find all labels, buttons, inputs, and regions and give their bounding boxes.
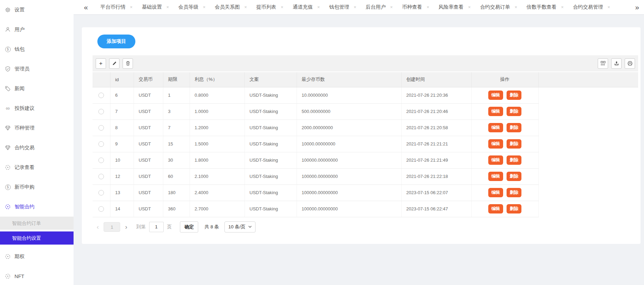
tab-contract-trade-manage[interactable]: 合约交易管理× — [573, 4, 610, 10]
close-icon[interactable]: × — [203, 4, 205, 10]
sidebar-item-label: 新闻 — [15, 85, 25, 92]
row-radio[interactable] — [98, 190, 104, 196]
expand-tabs-icon[interactable]: » — [633, 3, 639, 11]
sidebar-item-settings[interactable]: 设置 — [0, 0, 74, 20]
table-row: 14 USDT 360 2.7000 USDT-Staking 100000.0… — [93, 201, 638, 217]
close-icon[interactable]: × — [317, 4, 320, 10]
sidebar-item-feedback[interactable]: ∞ 投拆建议 — [0, 98, 74, 118]
delete-button[interactable]: 删除 — [507, 91, 521, 100]
delete-button[interactable]: 删除 — [507, 107, 521, 116]
total-count-label: 共 8 条 — [204, 224, 219, 230]
edit-button[interactable]: 编辑 — [488, 139, 503, 149]
close-icon[interactable]: × — [281, 4, 283, 10]
table-header-row: id 交易币 期限 利息（%） 文案 最少存币数 创建时间 操作 — [93, 72, 638, 87]
delete-row-button[interactable] — [123, 58, 133, 69]
close-icon[interactable]: × — [354, 4, 356, 10]
close-icon[interactable]: × — [390, 4, 393, 10]
edit-button[interactable]: 编辑 — [488, 204, 503, 213]
open-tabs: 平台币行情× 基础设置× 会员等级× 会员关系图× 提币列表× 通道充值× 钱包… — [88, 4, 610, 10]
sidebar-item-new-coin-subscribe[interactable]: $ 新币申购 — [0, 177, 74, 197]
sidebar-item-label: 用户 — [15, 26, 25, 33]
sidebar-item-users[interactable]: 用户 — [0, 20, 74, 39]
row-radio[interactable] — [98, 109, 104, 114]
add-row-button[interactable]: + — [96, 58, 106, 69]
print-button[interactable] — [625, 58, 635, 69]
tab-risk-rate-view[interactable]: 风险率查看× — [439, 4, 471, 10]
sidebar-item-contract-trade[interactable]: 合约交易 — [0, 138, 74, 158]
edit-button[interactable]: 编辑 — [488, 123, 503, 132]
tab-withdraw-list[interactable]: 提币列表× — [256, 4, 283, 10]
sidebar-item-admin[interactable]: 管理员 — [0, 59, 74, 79]
data-grid: + — [93, 55, 638, 232]
edit-button[interactable]: 编辑 — [488, 155, 503, 165]
tab-wallet-manage[interactable]: 钱包管理× — [329, 4, 356, 10]
close-icon[interactable]: × — [244, 4, 247, 10]
close-icon[interactable]: × — [561, 4, 564, 10]
delete-button[interactable]: 删除 — [507, 188, 521, 197]
edit-button[interactable]: 编辑 — [488, 172, 503, 181]
tab-member-level[interactable]: 会员等级× — [178, 4, 205, 10]
table-row: 6 USDT 1 0.8000 USDT-Staking 10.00000000… — [93, 87, 638, 103]
close-icon[interactable]: × — [468, 4, 471, 10]
edit-row-button[interactable] — [109, 58, 119, 69]
edit-button[interactable]: 编辑 — [488, 91, 503, 100]
header-id: id — [110, 72, 134, 87]
row-radio[interactable] — [98, 174, 104, 179]
sidebar-subitem-smart-contract-orders[interactable]: 智能合约订单 — [0, 217, 74, 230]
prev-page-icon[interactable]: ‹ — [97, 224, 99, 230]
sidebar-subitem-label: 智能合约设置 — [12, 235, 41, 241]
add-item-button[interactable]: 添加项目 — [97, 35, 135, 48]
sidebar-item-options[interactable]: 期权 — [0, 247, 74, 266]
pencil-icon — [112, 61, 117, 66]
edit-button[interactable]: 编辑 — [488, 188, 503, 197]
tag-icon — [5, 86, 11, 92]
sidebar-item-nft[interactable]: NFT — [0, 266, 74, 285]
export-button[interactable] — [611, 58, 622, 69]
close-icon[interactable]: × — [607, 4, 610, 10]
delete-button[interactable]: 删除 — [507, 123, 521, 132]
edit-button[interactable]: 编辑 — [488, 107, 503, 116]
tab-platform-coin-market[interactable]: 平台币行情× — [100, 4, 133, 10]
close-icon[interactable]: × — [130, 4, 133, 10]
delete-button[interactable]: 删除 — [507, 204, 521, 213]
confirm-page-button[interactable]: 确定 — [180, 221, 198, 232]
export-icon — [614, 61, 619, 66]
delete-button[interactable]: 删除 — [507, 139, 521, 149]
sidebar-item-coin-manage[interactable]: 币种管理 — [0, 118, 74, 138]
data-table: id 交易币 期限 利息（%） 文案 最少存币数 创建时间 操作 6 — [93, 72, 638, 217]
goto-label: 到第 — [136, 224, 146, 230]
sidebar-item-label: 钱包 — [15, 46, 25, 53]
row-radio[interactable] — [98, 125, 104, 131]
table-row: 13 USDT 180 2.4000 USDT-Staking 100000.0… — [93, 184, 638, 201]
sidebar-item-wallet[interactable]: $ 钱包 — [0, 39, 74, 59]
tab-basic-settings[interactable]: 基础设置× — [142, 4, 169, 10]
tab-backend-users[interactable]: 后台用户× — [366, 4, 393, 10]
next-page-icon[interactable]: › — [125, 224, 127, 230]
sidebar-item-news[interactable]: 新闻 — [0, 79, 74, 98]
page-size-select[interactable]: 10 条/页 — [224, 221, 256, 232]
row-radio[interactable] — [98, 93, 104, 98]
goto-page-input[interactable] — [149, 222, 164, 232]
header-coin: 交易币 — [134, 72, 163, 87]
close-icon[interactable]: × — [426, 4, 429, 10]
delete-button[interactable]: 删除 — [507, 172, 521, 181]
row-radio[interactable] — [98, 158, 104, 163]
tab-contract-orders[interactable]: 合约交易订单× — [480, 4, 517, 10]
tab-member-relation[interactable]: 会员关系图× — [215, 4, 247, 10]
close-icon[interactable]: × — [515, 4, 517, 10]
choose-columns-button[interactable] — [598, 58, 608, 69]
sidebar-item-label: 币种管理 — [15, 125, 35, 131]
row-radio[interactable] — [98, 141, 104, 147]
gem-icon — [5, 125, 11, 131]
sidebar-subitem-smart-contract-settings[interactable]: 智能合约设置 — [0, 231, 74, 245]
close-icon[interactable]: × — [166, 4, 169, 10]
tab-channel-deposit[interactable]: 通道充值× — [293, 4, 320, 10]
sidebar-item-records[interactable]: 记录查看 — [0, 158, 74, 177]
sidebar-item-smart-contract[interactable]: 智能合约 — [0, 197, 74, 217]
tab-coin-view[interactable]: 币种查看× — [402, 4, 429, 10]
tab-multiplier-lots-view[interactable]: 倍数手数查看× — [527, 4, 564, 10]
collapse-tabs-icon[interactable]: « — [84, 3, 88, 11]
delete-button[interactable]: 删除 — [507, 155, 521, 165]
row-radio[interactable] — [98, 206, 104, 212]
current-page-button[interactable]: 1 — [104, 222, 120, 232]
